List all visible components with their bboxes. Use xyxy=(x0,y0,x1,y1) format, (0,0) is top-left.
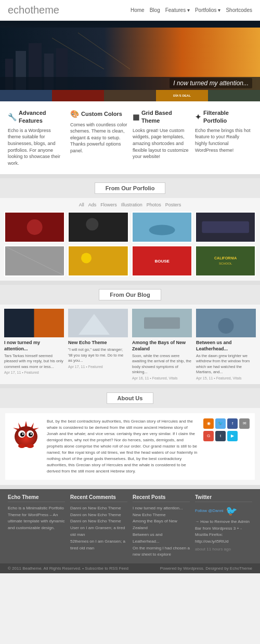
post-item-4[interactable]: Between us and Leatherhead... xyxy=(133,532,190,545)
social-row-1: ◉ 🐦 f ✉ xyxy=(203,418,250,429)
filter-icon: ✦ xyxy=(195,112,201,123)
footer-col-comments: Recent Comments Danni on New Echo Theme … xyxy=(70,494,127,558)
svg-point-14 xyxy=(149,225,175,235)
portfolio-header: From Our Porfolio xyxy=(0,178,260,198)
blog-title-1[interactable]: I now turned my attention... xyxy=(4,340,64,352)
nav-portfolios[interactable]: Portfolios ▾ xyxy=(195,7,220,13)
hero-banner: I now turned my attention... DÍA'S DEAL xyxy=(0,21,260,101)
feature-advanced-title: 🔧 Advanced Features xyxy=(8,109,65,125)
blog-post-1: I now turned my attention... Tars Tarkas… xyxy=(4,309,64,379)
post-item-5[interactable]: On the morning I had chosen a new sheet … xyxy=(133,545,190,559)
blog-text-3: Soon, while the crews were awaiting the … xyxy=(132,353,192,375)
blog-post-4: Between us and Leatherhead... As the daw… xyxy=(196,309,256,379)
about-inner: But, by the best contradictory authoriti… xyxy=(5,413,255,480)
nav-shortcodes[interactable]: Shortcodes xyxy=(226,7,252,13)
feature-colors: 🎨 Custom Colors Comes with countless col… xyxy=(70,109,127,166)
portfolio-item-3[interactable] xyxy=(132,212,192,243)
portfolio-img-1 xyxy=(5,213,64,242)
svg-rect-16 xyxy=(202,221,249,233)
portfolio-item-8[interactable]: CALIFORNIA SCHOOL xyxy=(195,245,256,277)
portfolio-img-6 xyxy=(69,246,127,275)
footer: Echo Theme Echo is a Minimalistic Portfo… xyxy=(0,489,260,563)
nav-home[interactable]: Home xyxy=(131,7,145,13)
footer-bottom: © 2011 Beatheme. All Rights Reserved. • … xyxy=(0,563,260,573)
blog-thumb-4[interactable] xyxy=(196,309,256,337)
blog-thumb-3[interactable] xyxy=(132,309,192,337)
strip-item-4: DÍA'S DEAL xyxy=(156,90,208,101)
svg-rect-11 xyxy=(69,213,127,242)
comment-item-5[interactable]: 52themes on I am Gransen; a tired old ma… xyxy=(70,538,127,552)
comment-item-2[interactable]: Danni on New Echo Theme xyxy=(70,512,127,519)
logo-theme: theme xyxy=(30,4,59,16)
portfolio-img-5 xyxy=(5,246,64,275)
svg-rect-31 xyxy=(144,318,180,329)
blog-thumb-2[interactable] xyxy=(68,309,128,337)
tumblr-button[interactable]: t xyxy=(215,431,226,441)
svg-point-47 xyxy=(31,433,32,435)
color-icon: 🎨 xyxy=(70,109,79,120)
portfolio-img-2 xyxy=(69,213,127,242)
google-button[interactable]: G xyxy=(203,431,214,441)
nav-blog[interactable]: Blog xyxy=(150,7,160,13)
portfolio-img-8: CALIFORNIA SCHOOL xyxy=(196,246,255,275)
blog-title-3[interactable]: Among the Bays of New Zealand xyxy=(132,340,192,352)
strip-item-1 xyxy=(0,90,52,101)
portfolio-filter: All Ads Flowers Illustration Photos Post… xyxy=(4,202,256,207)
portfolio-item-4[interactable] xyxy=(195,212,256,243)
svg-point-48 xyxy=(18,444,25,448)
filter-posters[interactable]: Posters xyxy=(165,202,181,207)
footer-echo-text: Echo is a Minimalistic Portfolio Theme f… xyxy=(8,505,65,532)
nav-features[interactable]: Features ▾ xyxy=(165,7,190,13)
footer-posts-list: I now turned my attention... New Echo Th… xyxy=(133,505,190,558)
post-item-1[interactable]: I now turned my attention... xyxy=(133,505,190,512)
blog-text-1: Tars Tarkas himself seemed pleased with … xyxy=(4,353,64,370)
svg-text:SCHOOL: SCHOOL xyxy=(219,262,232,265)
logo[interactable]: echotheme xyxy=(8,4,59,16)
svg-point-10 xyxy=(27,219,43,235)
footer-posts-title: Recent Posts xyxy=(133,494,190,502)
rss-button[interactable]: ◉ xyxy=(203,418,214,429)
wrench-icon: 🔧 xyxy=(8,112,17,123)
blog-header-label: From Our Blog xyxy=(99,289,161,300)
blog-title-4[interactable]: Between us and Leatherhead... xyxy=(196,340,256,352)
filter-illustration[interactable]: Illustration xyxy=(121,202,142,207)
svg-point-12 xyxy=(86,218,99,231)
filter-photos[interactable]: Photos xyxy=(147,202,161,207)
twitter-tweet: → How to Remove the Admin Bar from Wordp… xyxy=(195,519,252,545)
portfolio-item-7[interactable]: BOUSE xyxy=(132,245,192,277)
filter-ads[interactable]: Ads xyxy=(88,202,97,207)
post-item-3[interactable]: Among the Bays of New Zealand xyxy=(133,518,190,532)
email-button[interactable]: ✉ xyxy=(239,418,250,429)
filter-flowers[interactable]: Flowers xyxy=(100,202,117,207)
feature-portfolio-title: ✦ Filterable Portfolio xyxy=(195,109,252,125)
vimeo-button[interactable]: ▶ xyxy=(227,431,238,441)
portfolio-item-2[interactable] xyxy=(68,212,128,243)
portfolio-item-1[interactable] xyxy=(4,212,65,243)
blog-img-1 xyxy=(4,309,64,337)
comment-item-1[interactable]: Danni on New Echo Theme xyxy=(70,505,127,512)
features-section: 🔧 Advanced Features Echo is a Wordpress … xyxy=(0,101,260,174)
twitter-follow-label[interactable]: Follow @Danni xyxy=(195,508,223,513)
divider-4 xyxy=(0,485,260,489)
portfolio-img-4 xyxy=(196,213,255,242)
twitter-button[interactable]: 🐦 xyxy=(215,418,226,429)
comment-item-3[interactable]: Danni on New Echo Theme xyxy=(70,518,127,525)
footer-col-twitter: Twitter Follow @Danni 🐦 → How to Remove … xyxy=(195,494,252,558)
about-header: About Us xyxy=(0,388,260,408)
portfolio-item-5[interactable] xyxy=(4,245,65,277)
blog-img-2 xyxy=(68,309,128,337)
blog-text-2: "I will not go," said the stranger; 'til… xyxy=(68,347,128,364)
about-header-label: About Us xyxy=(107,392,154,404)
filter-all[interactable]: All xyxy=(79,202,84,207)
feature-portfolio: ✦ Filterable Portfolio Echo theme brings… xyxy=(195,109,252,166)
blog-section: I now turned my attention... Tars Tarkas… xyxy=(0,305,260,384)
facebook-button[interactable]: f xyxy=(227,418,238,429)
blog-thumb-1[interactable] xyxy=(4,309,64,337)
strip-item-3 xyxy=(104,90,156,101)
comment-item-4[interactable]: User on I am Gransen; a tired old man xyxy=(70,525,127,538)
post-item-2[interactable]: New Echo Theme xyxy=(133,512,190,519)
social-row-2: G t ▶ xyxy=(203,431,250,441)
svg-text:BOUSE: BOUSE xyxy=(154,259,170,264)
portfolio-item-6[interactable] xyxy=(68,245,128,277)
blog-title-2[interactable]: New Echo Theme xyxy=(68,340,128,346)
